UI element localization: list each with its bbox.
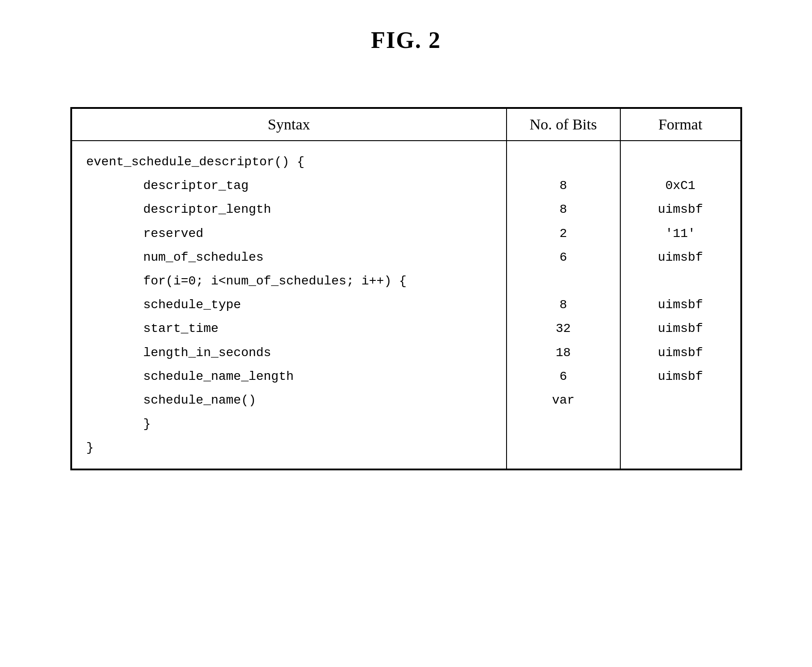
bits-row-12 (520, 436, 607, 460)
format-row-0 (633, 150, 728, 174)
format-row-6: uimsbf (633, 293, 728, 317)
format-row-9: uimsbf (633, 365, 728, 388)
bits-row-0 (520, 150, 607, 174)
bits-row-10: var (520, 388, 607, 412)
syntax-line-12: } (86, 436, 494, 460)
syntax-cell: event_schedule_descriptor() { descriptor… (72, 141, 507, 469)
bits-row-9: 6 (520, 365, 607, 388)
syntax-line-1: descriptor_tag (86, 174, 494, 198)
format-row-12 (633, 436, 728, 460)
bits-row-4: 6 (520, 245, 607, 269)
syntax-line-11: } (86, 412, 494, 436)
format-row-7: uimsbf (633, 317, 728, 340)
format-row-10 (633, 388, 728, 412)
format-row-3: '11' (633, 222, 728, 245)
data-table: Syntax No. of Bits Format event_schedule… (70, 107, 742, 470)
bits-cell: 8 8 2 6 8 32 18 6 var (507, 141, 620, 469)
bits-row-2: 8 (520, 198, 607, 221)
table-row: event_schedule_descriptor() { descriptor… (72, 141, 741, 469)
syntax-line-9: schedule_name_length (86, 365, 494, 388)
bits-row-7: 32 (520, 317, 607, 340)
syntax-line-3: reserved (86, 222, 494, 245)
format-row-1: 0xC1 (633, 174, 728, 198)
bits-row-1: 8 (520, 174, 607, 198)
bits-row-5 (520, 269, 607, 293)
bits-row-6: 8 (520, 293, 607, 317)
syntax-line-5: for(i=0; i<num_of_schedules; i++) { (86, 269, 494, 293)
bits-row-8: 18 (520, 341, 607, 365)
page-title: FIG. 2 (371, 27, 441, 53)
bits-row-3: 2 (520, 222, 607, 245)
format-row-4: uimsbf (633, 245, 728, 269)
format-row-8: uimsbf (633, 341, 728, 365)
format-row-11 (633, 412, 728, 436)
syntax-line-8: length_in_seconds (86, 341, 494, 365)
bits-row-11 (520, 412, 607, 436)
syntax-line-4: num_of_schedules (86, 245, 494, 269)
syntax-line-2: descriptor_length (86, 198, 494, 221)
format-cell: 0xC1 uimsbf '11' uimsbf uimsbf uimsbf ui… (620, 141, 741, 469)
syntax-line-7: start_time (86, 317, 494, 340)
syntax-line-6: schedule_type (86, 293, 494, 317)
format-row-5 (633, 269, 728, 293)
syntax-line-10: schedule_name() (86, 388, 494, 412)
syntax-line-0: event_schedule_descriptor() { (86, 150, 494, 174)
syntax-header: Syntax (72, 108, 507, 141)
format-header: Format (620, 108, 741, 141)
format-row-2: uimsbf (633, 198, 728, 221)
bits-header: No. of Bits (507, 108, 620, 141)
